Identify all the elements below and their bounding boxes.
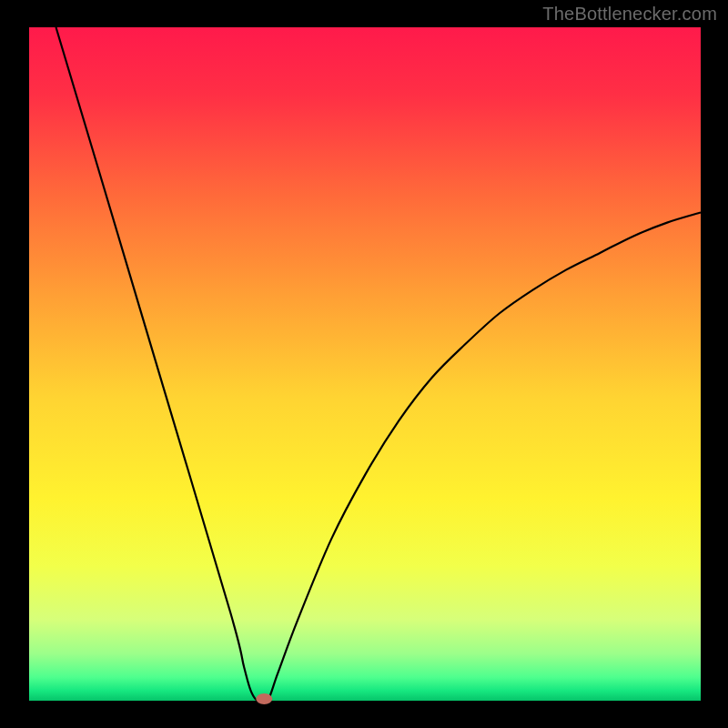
watermark-text: TheBottlenecker.com: [542, 4, 717, 25]
bottleneck-chart: [0, 0, 728, 728]
minimum-marker: [256, 693, 272, 704]
chart-frame: TheBottlenecker.com: [0, 0, 728, 728]
plot-area: [29, 27, 701, 701]
